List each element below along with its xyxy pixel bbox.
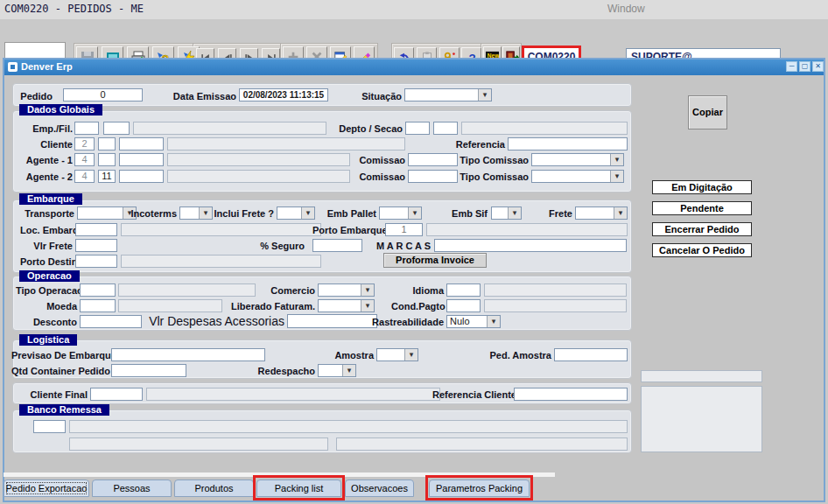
data-emissao-field[interactable]: 02/08/2023 11:13:15 — [239, 88, 328, 102]
loc-embarq-label: Loc. Embarq. — [20, 225, 73, 236]
redespacho-select[interactable] — [318, 364, 356, 377]
loc-embarq-field[interactable] — [75, 223, 117, 236]
vlr-frete-field[interactable] — [75, 239, 117, 252]
tab-produtos[interactable]: Produtos — [174, 480, 254, 497]
qtd-container-field[interactable] — [111, 364, 186, 377]
cliente-label: Cliente — [29, 139, 73, 150]
tab-pessoas[interactable]: Pessoas — [92, 480, 172, 497]
cliente-field3[interactable] — [119, 137, 164, 150]
agente2-code2-field[interactable]: 11 — [98, 170, 116, 183]
pendente-button[interactable]: Pendente — [652, 201, 752, 215]
agente1-label: Agente - 1 — [20, 155, 73, 166]
embarque-badge: Embarque — [19, 193, 82, 205]
comissao1-field[interactable] — [408, 153, 458, 166]
situacao-label: Situação — [342, 91, 402, 102]
fil-field[interactable] — [103, 122, 130, 135]
banco-remessa-code-field[interactable] — [33, 420, 66, 433]
proforma-invoice-button[interactable]: Proforma Invoice — [383, 253, 487, 268]
operacao-badge: Operacao — [19, 270, 80, 282]
vlr-despesas-field[interactable] — [287, 314, 377, 328]
cliente-code-field[interactable]: 2 — [74, 137, 95, 150]
agente2-label: Agente - 2 — [20, 172, 73, 183]
logistica-badge: Logistica — [19, 334, 77, 346]
seguro-label: % Seguro — [252, 241, 305, 252]
situacao-select[interactable] — [404, 88, 492, 102]
emb-sif-select[interactable] — [491, 206, 522, 220]
agente2-field3[interactable] — [119, 170, 164, 183]
copiar-button[interactable]: Copiar — [688, 95, 727, 130]
agente1-field3[interactable] — [119, 153, 164, 166]
tipo-operacao-field[interactable] — [80, 284, 116, 297]
vlr-frete-label: Vlr Frete — [29, 241, 73, 252]
cliente-final-field[interactable] — [90, 388, 143, 401]
comercio-select[interactable] — [318, 284, 375, 297]
secao-field[interactable] — [433, 122, 458, 135]
frete-select[interactable] — [575, 206, 628, 220]
window-menu[interactable]: Window — [607, 3, 645, 15]
erp-window-title: Denver Erp — [21, 61, 73, 72]
porto-destino-field[interactable] — [75, 255, 117, 268]
inclui-frete-label: Inclui Frete ? — [204, 208, 274, 220]
desconto-label: Desconto — [16, 317, 77, 328]
side-display-field — [641, 370, 762, 382]
minimize-button[interactable]: ─ — [786, 61, 797, 72]
maximize-icon: ▢ — [802, 62, 809, 70]
seguro-field[interactable] — [312, 239, 362, 252]
porto-destino-label: Porto Destino — [20, 256, 73, 268]
porto-destino-desc-field — [121, 255, 321, 268]
referencia-field[interactable] — [508, 137, 628, 150]
cancelar-pedido-button[interactable]: Cancelar O Pedido — [652, 243, 752, 257]
emp-fil-label: Emp./Fil. — [29, 123, 73, 135]
amostra-select[interactable] — [376, 348, 418, 361]
depto-field[interactable] — [405, 122, 430, 135]
liberado-faturam-select[interactable] — [318, 299, 375, 312]
rastreabilidade-select[interactable]: Nulo — [446, 315, 501, 328]
agente2-code-field[interactable]: 4 — [74, 170, 95, 183]
emb-pallet-select[interactable] — [379, 206, 422, 220]
maximize-button[interactable]: ▢ — [799, 61, 810, 72]
banco-remessa-field2 — [69, 438, 328, 451]
pedido-field[interactable]: 0 — [63, 88, 143, 102]
referencia-label: Referencia — [444, 139, 505, 150]
cliente-field2[interactable] — [98, 137, 116, 150]
previsao-embarque-field[interactable] — [111, 348, 265, 361]
em-digitacao-button[interactable]: Em Digitação — [652, 180, 752, 194]
idioma-field[interactable] — [446, 284, 481, 297]
redespacho-label: Redespacho — [254, 366, 315, 377]
tab-parametros-packing[interactable]: Parametros Packing — [429, 480, 530, 497]
desconto-field[interactable] — [80, 315, 142, 328]
comissao2-field[interactable] — [408, 170, 458, 183]
referencia-cliente-field[interactable] — [514, 388, 628, 401]
tipo-comissao1-label: Tipo Comissao — [459, 155, 529, 166]
cliente-desc-field — [167, 137, 405, 150]
cond-pagto-field[interactable] — [446, 299, 481, 312]
ped-amostra-field[interactable] — [554, 348, 628, 361]
tab-pedido-exportacao[interactable]: Pedido Exportacao — [4, 480, 89, 497]
cliente-final-label: Cliente Final — [26, 389, 88, 401]
amostra-label: Amostra — [321, 350, 374, 361]
porto-embarque-desc-field — [426, 223, 628, 236]
tipo-operacao-label: Tipo Operacao — [16, 285, 77, 297]
emb-pallet-label: Emb Pallet — [324, 208, 376, 220]
porto-embarque-field[interactable]: 1 — [385, 223, 423, 236]
loc-embarq-desc-field — [121, 223, 321, 236]
comercio-label: Comercio — [254, 285, 315, 297]
tab-packing-list[interactable]: Packing list — [256, 480, 341, 497]
liberado-faturam-label: Liberado Faturam. — [223, 301, 315, 312]
emp-fil-desc-field — [133, 122, 326, 135]
emp-field[interactable] — [74, 122, 99, 135]
moeda-field[interactable] — [80, 299, 116, 312]
agente1-field2[interactable] — [98, 153, 116, 166]
encerrar-pedido-button[interactable]: Encerrar Pedido — [652, 222, 752, 236]
tipo-comissao1-select[interactable] — [531, 153, 624, 166]
close-button[interactable]: ✕ — [812, 61, 824, 72]
agente1-code-field[interactable]: 4 — [74, 153, 95, 166]
svg-text:New: New — [488, 52, 500, 58]
tipo-comissao2-select[interactable] — [531, 170, 624, 183]
inclui-frete-select[interactable] — [277, 206, 315, 220]
tab-observacoes[interactable]: Observacoes — [345, 480, 414, 497]
moeda-label: Moeda — [16, 301, 77, 312]
marcas-field[interactable] — [434, 239, 627, 252]
erp-logo-icon — [8, 62, 18, 72]
moeda-desc-field — [118, 299, 222, 312]
